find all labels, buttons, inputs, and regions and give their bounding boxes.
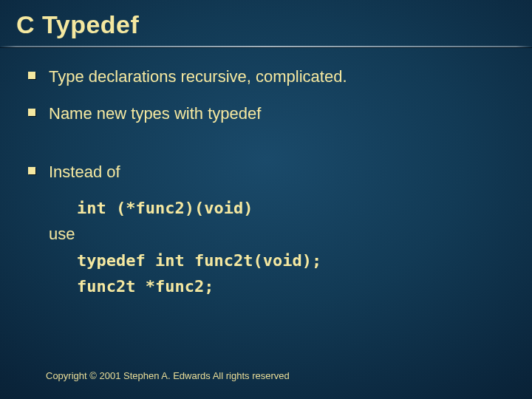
code-line: typedef int func2t(void); bbox=[77, 251, 510, 270]
square-bullet-icon bbox=[28, 72, 35, 79]
bullet-text: Name new types with typedef bbox=[49, 103, 261, 124]
copyright-text: Copyright © 2001 Stephen A. Edwards All … bbox=[46, 370, 290, 381]
slide-content: Type declarations recursive, complicated… bbox=[28, 66, 510, 303]
slide-title: C Typedef bbox=[16, 10, 139, 39]
title-divider bbox=[0, 46, 532, 47]
bullet-text: Type declarations recursive, complicated… bbox=[49, 66, 347, 87]
bullet-text: Instead of bbox=[49, 162, 120, 183]
slide: C Typedef Type declarations recursive, c… bbox=[0, 0, 532, 399]
square-bullet-icon bbox=[28, 167, 35, 174]
bullet-item: Instead of bbox=[28, 162, 510, 183]
bullet-item: Type declarations recursive, complicated… bbox=[28, 66, 510, 87]
square-bullet-icon bbox=[28, 109, 35, 116]
code-line: int (*func2)(void) bbox=[77, 199, 510, 217]
body-text: use bbox=[49, 225, 510, 244]
spacer bbox=[28, 140, 510, 162]
bullet-item: Name new types with typedef bbox=[28, 103, 510, 124]
code-line: func2t *func2; bbox=[77, 277, 510, 296]
